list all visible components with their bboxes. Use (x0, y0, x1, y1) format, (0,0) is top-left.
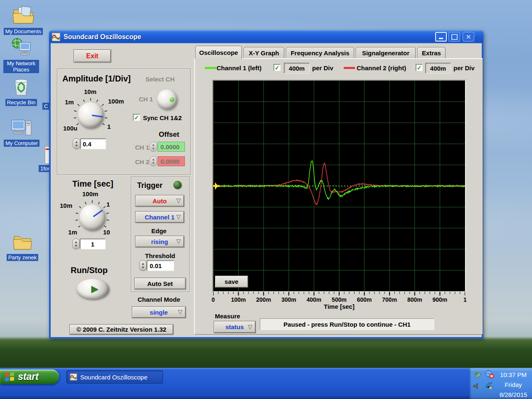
spinner-up-icon[interactable]: ▲ (141, 262, 145, 266)
window-titlebar[interactable]: Soundcard Oszilloscope ✕ (49, 30, 483, 43)
desktop-icon-label[interactable]: Recycle Bin (5, 99, 37, 106)
my-computer-icon (11, 118, 32, 138)
channel2-legend-line (344, 67, 355, 69)
save-button[interactable]: save (215, 276, 248, 288)
channel2-visible-checkbox[interactable]: ✓ (416, 64, 423, 71)
trigger-edge-dropdown[interactable]: rising▽ (135, 236, 184, 247)
time-spinner[interactable]: ▲▼ (72, 239, 80, 249)
tab-signalgenerator[interactable]: Signalgenerator (356, 47, 416, 59)
select-ch-knob-indicator (170, 97, 174, 102)
auto-set-button[interactable]: Auto Set (134, 278, 186, 289)
document-red-mark (46, 148, 49, 150)
edge-label: Edge (151, 227, 167, 234)
sync-ch-label: Sync CH 1&2 (143, 114, 182, 121)
tray-bird-icon[interactable] (484, 380, 494, 390)
minimize-button[interactable] (435, 32, 447, 42)
app-icon (52, 32, 61, 42)
spinner-up-icon[interactable]: ▲ (74, 240, 78, 244)
channel1-legend-line (205, 67, 216, 69)
x-tick-label: 300m (281, 296, 296, 303)
desktop-icon-label[interactable]: C (42, 103, 49, 110)
channel1-scale-field[interactable]: 400m (284, 63, 310, 74)
offset-ch1-spinner[interactable]: ▲▼ (150, 142, 157, 152)
tray-network-error-icon[interactable] (485, 369, 495, 379)
amplitude-spinner[interactable]: ▲▼ (73, 138, 80, 149)
run-stop-button[interactable]: ▶ (76, 279, 109, 299)
trigger-source-dropdown[interactable]: Channel 1▽ (135, 211, 184, 223)
desktop-icon-recycle-bin[interactable]: Recycle Bin (2, 77, 40, 106)
trigger-edge-value: rising (151, 238, 168, 245)
x-tick-label: 600m (357, 296, 372, 303)
spinner-down-icon[interactable]: ▼ (75, 144, 78, 148)
screen: My Documents My Network Places Recycle B… (0, 0, 532, 399)
desktop-icon-partial-c[interactable]: C (42, 102, 49, 110)
tab-oscilloscope[interactable]: Oscilloscope (195, 46, 242, 59)
time-knob[interactable] (79, 204, 105, 230)
time-value-field[interactable]: 1 (80, 239, 106, 249)
tray-volume-icon[interactable] (472, 381, 482, 391)
select-ch-label: Select CH (145, 76, 175, 83)
chevron-down-icon: ▽ (248, 323, 252, 330)
threshold-spinner[interactable]: ▲▼ (139, 260, 147, 271)
spinner-up-icon[interactable]: ▲ (75, 140, 78, 144)
maximize-button[interactable] (448, 32, 460, 42)
spinner-up-icon[interactable]: ▲ (152, 143, 155, 147)
start-button[interactable]: start (0, 369, 59, 384)
desktop-icon-party-zenek[interactable]: Party zenek (3, 233, 42, 261)
chevron-down-icon: ▽ (178, 308, 182, 315)
taskbar: start Soundcard Oszilloscope (0, 368, 532, 399)
desktop-icon-label[interactable]: My Documents (4, 28, 43, 35)
clock-day: Friday (497, 380, 530, 390)
task-label: Soundcard Oszilloscope (80, 374, 148, 381)
measure-dropdown[interactable]: status▽ (214, 321, 256, 333)
spinner-down-icon[interactable]: ▼ (141, 266, 145, 269)
desktop-icon-label[interactable]: My Network Places (3, 60, 39, 73)
trigger-marker[interactable] (213, 182, 220, 190)
desktop-icon-my-documents[interactable]: My Documents (3, 5, 43, 35)
tab-extras[interactable]: Extras (417, 47, 446, 59)
offset-ch1-value[interactable]: 0.0000 (158, 142, 185, 152)
desktop-icon-partial-1forin[interactable]: 1forin (39, 165, 49, 172)
amplitude-scale-label: 1m (65, 99, 74, 106)
offset-ch2-spinner[interactable]: ▲▼ (150, 156, 157, 166)
desktop-icon-label[interactable]: My Computer (4, 140, 39, 147)
tray-clock[interactable]: 10:37 PM Friday 8/28/2015 (497, 370, 530, 399)
amplitude-scale-label: 10m (84, 88, 96, 95)
threshold-value-field[interactable]: 0.01 (147, 260, 174, 271)
channel2-scale-field[interactable]: 400m (425, 63, 451, 74)
spinner-up-icon[interactable]: ▲ (152, 158, 155, 161)
close-button[interactable]: ✕ (463, 32, 474, 42)
x-tick-label: 1 (463, 296, 467, 303)
maximize-glyph (451, 34, 458, 40)
trigger-led (173, 181, 182, 189)
trigger-mode-dropdown[interactable]: Auto▽ (135, 195, 184, 207)
desktop-icon-label[interactable]: 1forin (39, 165, 49, 172)
tab-frequency-analysis[interactable]: Frequency Analysis (286, 47, 354, 59)
spinner-down-icon[interactable]: ▼ (74, 244, 78, 248)
taskbar-task-soundcard-oszilloscope[interactable]: Soundcard Oszilloscope (66, 370, 163, 384)
offset-ch2-value[interactable]: 0.0000 (158, 156, 185, 166)
exit-button[interactable]: Exit (74, 49, 111, 62)
time-title: Time [sec] (72, 179, 113, 189)
select-ch-knob[interactable] (157, 89, 177, 109)
app-icon (70, 373, 77, 381)
channel-mode-dropdown[interactable]: single▽ (132, 306, 186, 318)
sync-ch-checkbox[interactable]: ✓ (133, 114, 140, 121)
offset-ch2-label: CH 2 (135, 158, 149, 165)
desktop-icon-label[interactable]: Party zenek (7, 254, 39, 261)
status-message: Paused - press Run/Stop to continue - CH… (260, 318, 434, 330)
tab-panel: Channel 1 (left) ✓ 400m per Div Channel … (194, 58, 483, 335)
measure-label: Measure (215, 313, 240, 320)
spinner-down-icon[interactable]: ▼ (152, 147, 155, 150)
desktop-icon-my-computer[interactable]: My Computer (2, 118, 41, 147)
channel1-visible-checkbox[interactable]: ✓ (273, 64, 281, 71)
desktop-icon-my-network-places[interactable]: My Network Places (2, 37, 40, 73)
my-documents-icon (12, 5, 34, 26)
amplitude-knob[interactable] (78, 102, 103, 128)
amplitude-value-field[interactable]: 0.4 (80, 138, 106, 149)
tray-hardware-icon[interactable] (473, 370, 483, 380)
spinner-down-icon[interactable]: ▼ (152, 161, 155, 165)
windows-logo-icon (5, 372, 15, 382)
tab-x-y-graph[interactable]: X-Y Graph (244, 47, 284, 59)
trigger-mode-value: Auto (153, 197, 167, 204)
